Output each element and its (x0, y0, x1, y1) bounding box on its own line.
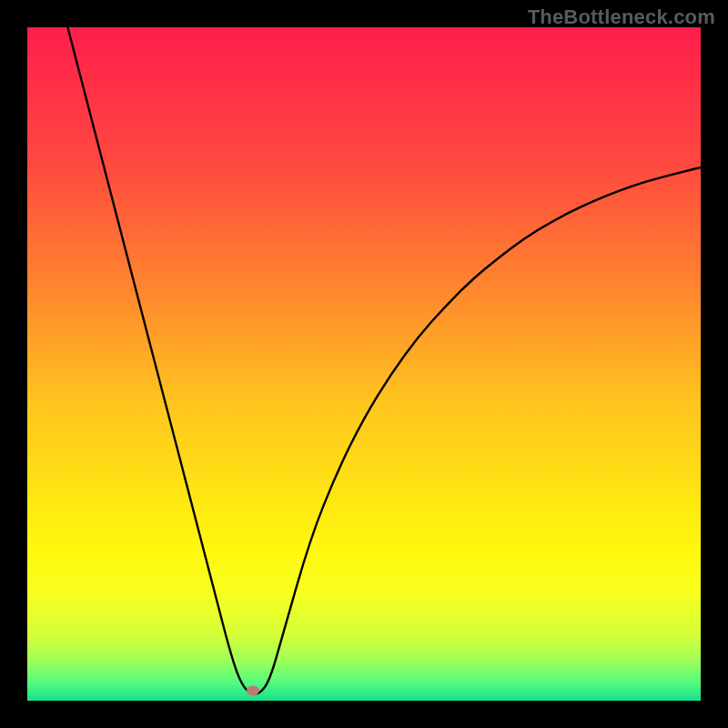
bottleneck-chart (27, 27, 701, 701)
optimal-point-marker (247, 685, 259, 695)
attribution-watermark: TheBottleneck.com (528, 5, 715, 29)
plot-background (27, 27, 701, 701)
chart-frame: TheBottleneck.com (0, 0, 728, 728)
